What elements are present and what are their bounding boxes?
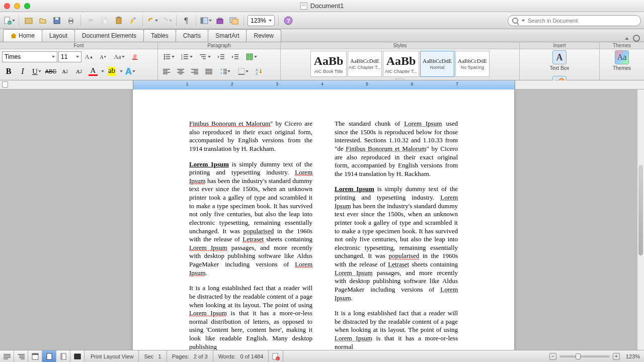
align-right-button[interactable]	[188, 65, 201, 78]
italic-button[interactable]: I	[16, 65, 29, 78]
view-name-label: Print Layout View	[85, 350, 139, 363]
svg-rect-81	[4, 358, 8, 359]
decrease-indent-button[interactable]	[214, 50, 227, 63]
svg-rect-91	[74, 354, 80, 359]
sort-button[interactable]: AZ	[253, 65, 266, 78]
publishing-view-button[interactable]	[28, 350, 42, 363]
horizontal-ruler[interactable]: 1234567	[0, 80, 644, 89]
tab-charts[interactable]: Charts	[176, 29, 208, 42]
style-item[interactable]: AaBbAIC Chapter T...	[383, 51, 419, 77]
zoom-out-button[interactable]: −	[549, 353, 556, 360]
borders-button[interactable]	[234, 65, 252, 78]
new-document-button[interactable]: +	[3, 15, 15, 27]
svg-point-22	[164, 54, 165, 56]
columns-button[interactable]	[243, 50, 260, 63]
show-formatting-button[interactable]: ¶	[180, 15, 192, 27]
bullets-button[interactable]	[160, 50, 177, 63]
outline-view-button[interactable]	[14, 350, 28, 363]
svg-rect-79	[4, 355, 11, 356]
tab-smartart[interactable]: SmartArt	[208, 29, 247, 42]
font-size-select[interactable]: 11	[58, 51, 82, 62]
save-button[interactable]	[51, 15, 63, 27]
svg-text:A: A	[256, 68, 258, 72]
style-item[interactable]: AaBbCcDdEAIC Chapter T...	[348, 51, 382, 77]
zoom-select[interactable]: 123%	[248, 15, 275, 26]
document-page[interactable]: Finibus Bonorum et Malorum" by Cicero ar…	[133, 89, 514, 350]
zoom-in-button[interactable]: +	[613, 353, 620, 360]
tab-tables[interactable]: Tables	[143, 29, 176, 42]
print-button[interactable]	[65, 15, 77, 27]
line-spacing-button[interactable]	[216, 65, 233, 78]
themes-button[interactable]: AaThemes	[613, 50, 631, 71]
font-name-select[interactable]: Times	[2, 51, 57, 62]
redo-button[interactable]	[160, 15, 173, 27]
zoom-slider-thumb[interactable]	[576, 353, 581, 359]
collapse-ribbon-button[interactable]	[625, 37, 629, 40]
tab-selector[interactable]	[2, 81, 8, 87]
text-box-button[interactable]: AText Box	[550, 50, 569, 71]
increase-font-button[interactable]: A▲	[83, 50, 96, 63]
justify-button[interactable]	[202, 65, 215, 78]
paste-button[interactable]	[113, 15, 125, 27]
copy-button[interactable]	[99, 15, 111, 27]
draft-view-button[interactable]	[0, 350, 14, 363]
document-area[interactable]: Finibus Bonorum et Malorum" by Cicero ar…	[0, 89, 637, 350]
undo-button[interactable]	[146, 15, 158, 27]
media-browser-button[interactable]	[228, 15, 240, 27]
style-item[interactable]: AaBbCcDdENo Spacing	[455, 51, 490, 77]
font-color-button[interactable]: A	[87, 65, 100, 78]
underline-button[interactable]: U	[30, 65, 43, 78]
home-icon	[11, 33, 17, 38]
numbering-button[interactable]: 123	[178, 50, 195, 63]
fullscreen-view-button[interactable]	[70, 350, 85, 363]
zoom-button[interactable]	[24, 3, 30, 9]
zoom-slider[interactable]	[559, 355, 610, 357]
search-box[interactable]	[508, 15, 641, 26]
svg-rect-11	[116, 18, 121, 24]
open-template-button[interactable]	[23, 15, 35, 27]
strikethrough-button[interactable]: ABC	[44, 65, 57, 78]
help-button[interactable]: ?	[282, 15, 294, 27]
format-painter-button[interactable]	[127, 15, 139, 27]
decrease-font-button[interactable]: A▼	[97, 50, 110, 63]
notebook-view-button[interactable]	[56, 350, 70, 363]
superscript-button[interactable]: A2	[58, 65, 71, 78]
svg-rect-31	[184, 56, 188, 57]
ribbon-settings-button[interactable]	[633, 35, 640, 42]
print-layout-view-button[interactable]	[42, 350, 56, 363]
zoom-percent-label[interactable]: 123%	[626, 353, 640, 359]
scrollbar-thumb[interactable]	[638, 165, 643, 255]
close-button[interactable]	[4, 3, 10, 9]
style-item[interactable]: AaBbAIC Book Title	[310, 51, 347, 77]
style-item[interactable]: AaBbCcDdENormal	[420, 51, 454, 77]
bold-button[interactable]: B	[2, 65, 15, 78]
group-paragraph-label: Paragraph	[158, 42, 281, 49]
spell-check-button[interactable]: !	[269, 350, 283, 363]
increase-indent-button[interactable]	[228, 50, 242, 63]
search-input[interactable]	[528, 18, 636, 24]
highlight-button[interactable]: ab	[105, 65, 118, 78]
cut-button[interactable]: ✂	[85, 15, 97, 27]
svg-text:3: 3	[181, 57, 183, 60]
open-button[interactable]	[37, 15, 49, 27]
subscript-button[interactable]: A2	[72, 65, 86, 78]
page-content[interactable]: Finibus Bonorum et Malorum" by Cicero ar…	[133, 89, 514, 350]
sidebar-button[interactable]	[200, 15, 212, 27]
tab-review[interactable]: Review	[246, 29, 281, 42]
toolbox-button[interactable]	[214, 15, 226, 27]
svg-rect-38	[220, 56, 224, 57]
tab-layout[interactable]: Layout	[42, 29, 75, 42]
align-center-button[interactable]	[174, 65, 187, 78]
text-effects-button[interactable]: A	[124, 65, 137, 78]
vertical-scrollbar[interactable]	[637, 89, 644, 350]
tab-document-elements[interactable]: Document Elements	[74, 29, 144, 42]
ribbon-body: Times 11 A▲ A▼ Aa B I U ABC A2 A2 A ab A…	[0, 49, 644, 80]
tab-home[interactable]: Home	[3, 29, 42, 42]
svg-rect-25	[166, 56, 170, 57]
minimize-button[interactable]	[14, 3, 20, 9]
clear-formatting-button[interactable]	[129, 50, 142, 63]
svg-rect-88	[47, 353, 52, 359]
align-left-button[interactable]	[160, 65, 173, 78]
change-case-button[interactable]: Aa	[111, 50, 128, 63]
multilevel-list-button[interactable]	[196, 50, 213, 63]
